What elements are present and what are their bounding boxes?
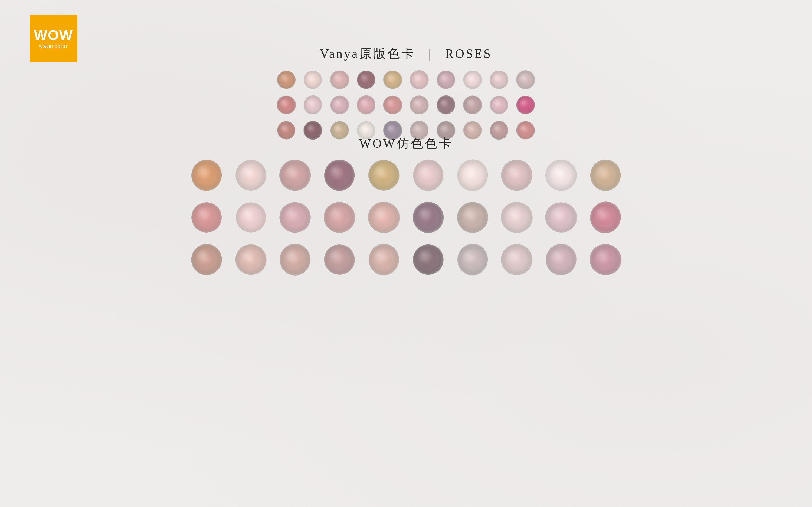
color-swatch [411, 242, 446, 277]
logo-watercolor-text: watercolor [39, 43, 68, 49]
color-swatch [489, 69, 510, 90]
wow-color-title-text: WOW仿色色卡 [359, 136, 453, 150]
color-swatch [322, 242, 357, 277]
color-swatch [366, 200, 401, 235]
color-swatch [409, 94, 430, 115]
color-swatch [278, 242, 313, 277]
color-swatch [462, 94, 483, 115]
original-swatches-section [273, 67, 539, 143]
color-swatch [233, 158, 268, 193]
color-swatch [366, 158, 401, 193]
color-swatch [515, 120, 536, 141]
color-swatch [499, 242, 534, 277]
color-swatch [515, 69, 536, 90]
roses-title-text: ROSES [445, 47, 492, 61]
color-swatch [189, 242, 224, 277]
original-title-text: Vanya原版色卡 [320, 47, 415, 61]
divider: | [428, 47, 432, 61]
logo-wow-text: WOW [34, 28, 73, 42]
color-swatch [276, 120, 297, 141]
original-swatch-row [273, 67, 539, 93]
color-swatch [515, 94, 536, 115]
color-swatch [329, 94, 350, 115]
color-swatch [462, 69, 483, 90]
color-swatch [382, 94, 403, 115]
color-swatch [356, 69, 377, 90]
color-swatch [489, 120, 510, 141]
color-swatch [544, 158, 579, 193]
color-swatch [455, 242, 490, 277]
color-swatch [278, 158, 313, 193]
color-swatch [322, 200, 357, 235]
color-swatch [189, 158, 224, 193]
color-swatch [189, 200, 224, 235]
color-swatch [329, 120, 350, 141]
color-swatch [366, 242, 401, 277]
original-section-title: Vanya原版色卡 | ROSES [320, 45, 492, 62]
wow-section-title: WOW仿色色卡 [359, 135, 453, 152]
color-swatch [233, 242, 268, 277]
color-swatch [435, 94, 456, 115]
color-swatch [588, 242, 623, 277]
wow-swatch-row [184, 238, 628, 281]
color-swatch [329, 69, 350, 90]
color-swatch [302, 69, 323, 90]
color-swatch [435, 69, 456, 90]
color-swatch [499, 200, 534, 235]
wow-swatches-section [184, 154, 628, 281]
color-swatch [544, 200, 579, 235]
color-swatch [382, 69, 403, 90]
color-swatch [455, 200, 490, 235]
color-swatch [233, 200, 268, 235]
color-swatch [411, 200, 446, 235]
logo-box: WOW watercolor [30, 15, 77, 62]
color-swatch [276, 69, 297, 90]
color-swatch [489, 94, 510, 115]
color-swatch [302, 120, 323, 141]
color-swatch [411, 158, 446, 193]
color-swatch [588, 158, 623, 193]
color-swatch [455, 158, 490, 193]
wow-swatch-row [184, 154, 628, 196]
color-swatch [302, 94, 323, 115]
color-swatch [588, 200, 623, 235]
color-swatch [278, 200, 313, 235]
color-swatch [544, 242, 579, 277]
original-swatch-row [273, 93, 539, 118]
color-swatch [356, 94, 377, 115]
color-swatch [409, 69, 430, 90]
color-swatch [276, 94, 297, 115]
color-swatch [499, 158, 534, 193]
wow-swatch-row [184, 196, 628, 238]
color-swatch [322, 158, 357, 193]
color-swatch [462, 120, 483, 141]
